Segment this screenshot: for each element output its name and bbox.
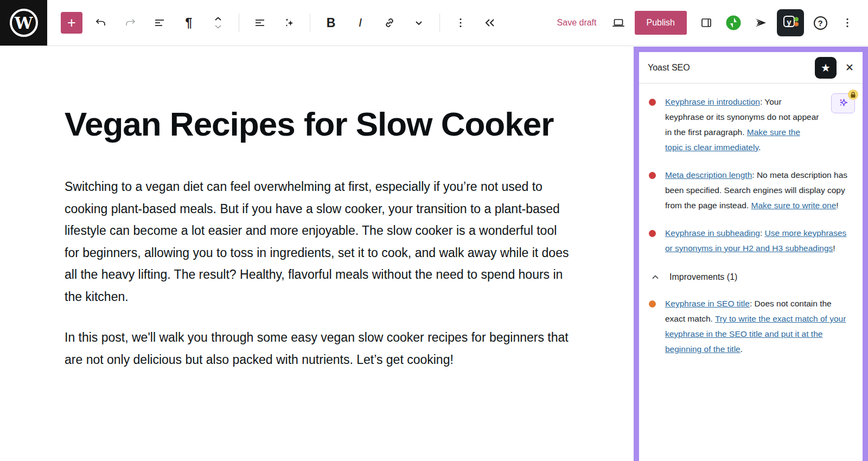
paragraph-block-button[interactable]: ¶ — [178, 12, 200, 34]
collapse-toolbar-button[interactable] — [479, 12, 501, 34]
document-overview-button[interactable] — [149, 12, 170, 34]
options-menu-button[interactable] — [837, 12, 858, 34]
sidebar-panel-icon — [700, 16, 713, 29]
toolbar-divider — [239, 14, 239, 32]
problem-dot-icon — [649, 99, 656, 106]
block-mover-button[interactable] — [207, 12, 229, 34]
ai-fix-button[interactable] — [831, 93, 855, 113]
redo-icon — [124, 16, 137, 29]
jetpack-button[interactable] — [723, 12, 744, 34]
analysis-link[interactable]: Meta description length — [665, 170, 752, 180]
analysis-item-text: Keyphrase in SEO title: Does not contain… — [665, 296, 854, 357]
yoast-seo-toolbar-button[interactable]: y — [777, 9, 804, 36]
chevron-down-icon — [412, 16, 425, 29]
publish-button[interactable]: Publish — [635, 11, 687, 35]
more-formatting-button[interactable] — [408, 12, 430, 34]
close-panel-button[interactable]: ✕ — [843, 60, 856, 75]
help-icon: ? — [814, 16, 827, 30]
preview-button[interactable] — [608, 12, 629, 34]
toolbar-right-group: Save draft Publish y ? — [552, 9, 868, 36]
undo-button[interactable] — [90, 12, 112, 34]
italic-icon: I — [359, 16, 362, 30]
improvements-section-toggle[interactable]: Improvements (1) — [650, 272, 854, 283]
bold-icon: B — [327, 16, 336, 30]
yoast-seo-panel: Yoast SEO ★ ✕ Keyphrase in introduction:… — [634, 47, 868, 461]
send-button[interactable] — [750, 12, 771, 34]
improvement-dot-icon — [649, 300, 656, 308]
toolbar-divider — [439, 14, 440, 32]
yoast-header-actions: ★ ✕ — [815, 57, 856, 79]
analysis-item: Keyphrase in subheading: Use more keyphr… — [649, 226, 854, 256]
move-up-down-icon — [212, 15, 225, 30]
wordpress-w-icon: W — [10, 9, 38, 37]
kebab-menu-icon — [841, 16, 854, 29]
post-content: Vegan Recipes for Slow Cooker Switching … — [65, 98, 573, 370]
editor-canvas: Vegan Recipes for Slow Cooker Switching … — [0, 46, 634, 461]
paragraph-icon: ¶ — [186, 16, 193, 30]
link-icon — [383, 16, 396, 29]
post-paragraph[interactable]: In this post, we'll walk you through som… — [65, 326, 573, 370]
editor-toolbar: W + ¶ B I — [0, 0, 868, 46]
yoast-analysis-list: Keyphrase in introduction: Your keyphras… — [639, 84, 863, 375]
undo-icon — [94, 16, 107, 29]
toolbar-divider — [310, 14, 310, 32]
link-button[interactable] — [379, 12, 400, 34]
jetpack-icon — [725, 15, 742, 31]
analysis-link[interactable]: Try to write the exact match of your key… — [665, 314, 846, 354]
list-view-icon — [153, 16, 166, 29]
paper-plane-icon — [754, 16, 768, 29]
ai-sparkles-icon — [837, 96, 850, 111]
lock-badge-icon — [848, 89, 858, 100]
wordpress-logo[interactable]: W — [0, 0, 47, 46]
analysis-item-text: Meta description length: No meta descrip… — [665, 168, 854, 213]
problem-dot-icon — [649, 172, 656, 179]
settings-sidebar-toggle[interactable] — [695, 12, 717, 34]
analysis-item: Keyphrase in SEO title: Does not contain… — [649, 296, 854, 357]
analysis-item-text: Keyphrase in introduction: Your keyphras… — [665, 94, 854, 155]
post-title[interactable]: Vegan Recipes for Slow Cooker — [65, 98, 573, 150]
help-button[interactable]: ? — [809, 12, 831, 34]
redo-button[interactable] — [119, 12, 141, 34]
analysis-link[interactable]: Make sure to write one — [751, 201, 837, 210]
yoast-logo-icon: y — [781, 13, 800, 33]
chevron-up-icon — [650, 272, 661, 283]
post-paragraph[interactable]: Switching to a vegan diet can feel overw… — [65, 176, 573, 308]
align-text-button[interactable] — [249, 12, 271, 34]
save-draft-button[interactable]: Save draft — [552, 14, 602, 32]
svg-text:y: y — [787, 17, 792, 26]
analysis-link[interactable]: Keyphrase in SEO title — [665, 299, 750, 308]
pin-panel-button[interactable]: ★ — [815, 57, 837, 79]
improvements-section-label: Improvements (1) — [669, 272, 737, 282]
problem-dot-icon — [649, 230, 656, 237]
kebab-menu-icon — [454, 16, 467, 29]
toolbar-left-group: + ¶ B I — [47, 12, 501, 34]
yoast-panel-title: Yoast SEO — [648, 63, 690, 73]
add-block-button[interactable]: + — [61, 12, 82, 34]
analysis-link[interactable]: Keyphrase in subheading — [665, 228, 760, 238]
block-options-button[interactable] — [450, 12, 471, 34]
bold-button[interactable]: B — [320, 12, 342, 34]
laptop-icon — [611, 16, 626, 29]
analysis-link[interactable]: Make sure the topic is clear immediately — [665, 127, 800, 152]
sparkles-icon — [283, 16, 296, 29]
yoast-panel-header: Yoast SEO ★ ✕ — [639, 52, 863, 84]
double-chevron-left-icon — [483, 16, 497, 29]
italic-button[interactable]: I — [349, 12, 371, 34]
analysis-link[interactable]: Keyphrase in introduction — [665, 97, 760, 106]
ai-assistant-button[interactable] — [278, 12, 300, 34]
analysis-item: Keyphrase in introduction: Your keyphras… — [649, 94, 854, 155]
analysis-item: Meta description length: No meta descrip… — [649, 168, 854, 213]
analysis-item-text: Keyphrase in subheading: Use more keyphr… — [665, 226, 854, 256]
align-left-icon — [253, 16, 266, 29]
